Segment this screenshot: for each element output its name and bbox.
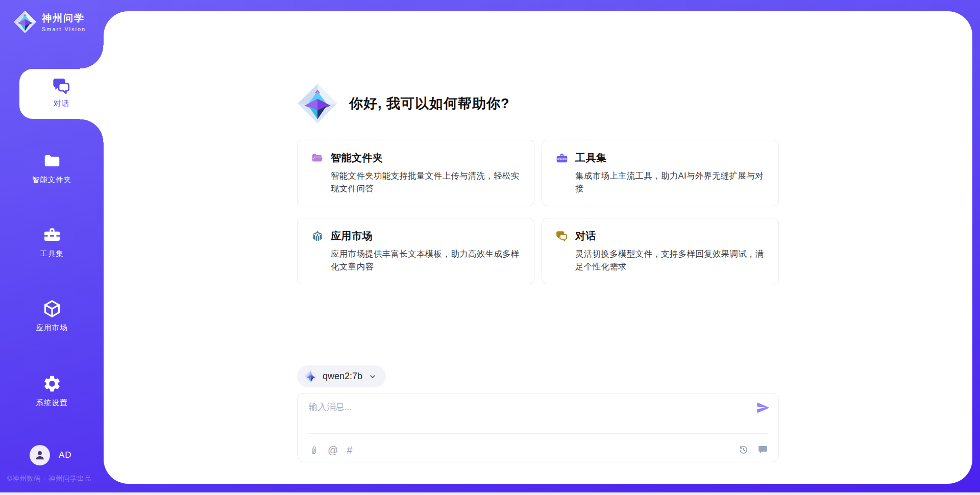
chevron-down-icon: [369, 373, 377, 381]
card-title: 工具集: [575, 151, 607, 165]
sidebar-item-label: 工具集: [40, 250, 64, 258]
bottom-edge: [0, 492, 980, 495]
brand-text: 神州问学 Smart Vision: [42, 12, 86, 32]
main-panel: 你好, 我可以如何帮助你? 智能文件夹 智能文件夹功能支持批量文件上传与清洗，轻…: [104, 11, 972, 484]
avatar: [30, 445, 50, 465]
sidebar-item-settings[interactable]: 系统设置: [0, 374, 104, 408]
card-description: 灵活切换多模型文件，支持多样回复效果调试，满足个性化需求: [575, 247, 765, 273]
topic-button[interactable]: #: [347, 445, 352, 455]
composer: @ #: [297, 393, 779, 462]
gear-icon: [42, 374, 62, 393]
chat-icon: [52, 76, 72, 96]
attach-button[interactable]: [309, 445, 319, 455]
card-toolset[interactable]: 工具集 集成市场上主流工具，助力AI与外界无缝扩展与对接: [542, 140, 779, 206]
brand-title: 神州问学: [42, 12, 86, 25]
sidebar-item-label: 系统设置: [36, 399, 68, 407]
chat-icon: [555, 230, 569, 243]
feature-cards: 智能文件夹 智能文件夹功能支持批量文件上传与清洗，轻松实现文件问答 工具: [297, 140, 779, 284]
brand: 神州问学 Smart Vision: [13, 10, 86, 34]
card-title: 应用市场: [331, 229, 373, 243]
pixel-cube-icon: [311, 230, 324, 243]
model-selector[interactable]: qwen2:7b: [297, 365, 386, 387]
quick-chat-button[interactable]: [757, 444, 768, 455]
brand-subtitle: Smart Vision: [42, 26, 86, 32]
send-button[interactable]: [756, 401, 770, 416]
brand-diamond-logo-icon: [13, 10, 37, 34]
message-input[interactable]: [309, 401, 732, 430]
sidebar-item-smart-folder[interactable]: 智能文件夹: [0, 151, 104, 185]
card-description: 集成市场上主流工具，助力AI与外界无缝扩展与对接: [575, 169, 765, 195]
chat-bubble-icon: [757, 444, 768, 455]
card-title: 智能文件夹: [331, 151, 383, 165]
sidebar: 神州问学 Smart Vision 对话 智能文件夹: [0, 0, 104, 495]
mention-button[interactable]: @: [328, 445, 338, 455]
folder-icon: [42, 151, 62, 170]
card-description: 智能文件夹功能支持批量文件上传与清洗，轻松实现文件问答: [331, 169, 521, 195]
greeting: 你好, 我可以如何帮助你?: [297, 83, 779, 124]
sidebar-item-label: 智能文件夹: [32, 176, 72, 184]
at-icon: @: [328, 445, 338, 455]
copyright: ©神州数码 · 神州问学出品: [7, 474, 91, 483]
sidebar-item-label: 应用市场: [36, 324, 68, 332]
card-app-market[interactable]: 应用市场 应用市场提供丰富长文本模板，助力高效生成多样化文章内容: [297, 218, 534, 284]
model-diamond-logo-icon: [304, 370, 317, 383]
composer-toolbar: @ #: [309, 444, 768, 455]
folder-open-icon: [311, 152, 324, 165]
user-icon: [33, 449, 46, 462]
send-icon: [756, 401, 770, 415]
sidebar-item-app-market[interactable]: 应用市场: [0, 299, 104, 333]
composer-divider: [308, 433, 768, 434]
cube-icon: [42, 299, 62, 318]
card-title: 对话: [575, 229, 596, 243]
greeting-text: 你好, 我可以如何帮助你?: [349, 94, 510, 113]
hash-icon: #: [347, 445, 352, 455]
card-description: 应用市场提供丰富长文本模板，助力高效生成多样化文章内容: [331, 247, 521, 273]
history-icon: [738, 444, 749, 455]
assistant-diamond-logo-icon: [297, 83, 338, 124]
user-name: AD: [59, 450, 72, 460]
history-button[interactable]: [738, 444, 749, 455]
toolbox-icon: [555, 152, 569, 165]
sidebar-item-label: 对话: [54, 99, 70, 108]
sidebar-item-toolset[interactable]: 工具集: [0, 225, 104, 259]
user-profile[interactable]: AD: [30, 445, 72, 465]
toolbox-icon: [42, 225, 62, 244]
card-chat[interactable]: 对话 灵活切换多模型文件，支持多样回复效果调试，满足个性化需求: [542, 218, 779, 284]
paperclip-icon: [309, 445, 319, 455]
sidebar-item-chat[interactable]: 对话: [19, 69, 104, 119]
card-smart-folder[interactable]: 智能文件夹 智能文件夹功能支持批量文件上传与清洗，轻松实现文件问答: [297, 140, 534, 206]
model-name: qwen2:7b: [323, 371, 362, 382]
